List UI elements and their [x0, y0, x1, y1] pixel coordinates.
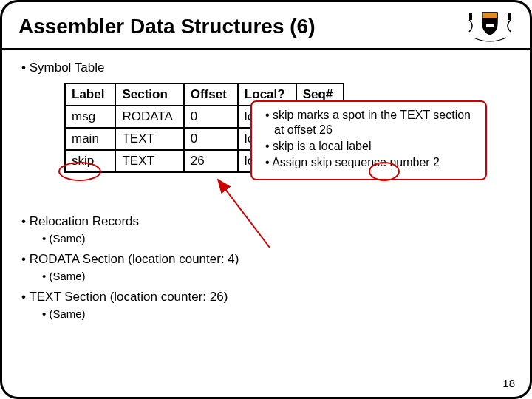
slide-title: Assembler Data Structures (6): [18, 15, 466, 38]
page-number: 18: [502, 377, 515, 389]
callout-line: skip marks a spot in the TEXT section at…: [265, 108, 478, 137]
th-section: Section: [115, 83, 183, 106]
th-label: Label: [65, 83, 115, 106]
callout-line: skip is a local label: [265, 139, 478, 154]
svg-rect-0: [469, 13, 472, 20]
bullet-relocation: Relocation Records (Same): [21, 214, 511, 245]
th-offset: Offset: [184, 83, 238, 106]
bullet-same: (Same): [42, 270, 511, 282]
bullet-symbol-table: Symbol Table: [21, 61, 511, 75]
svg-rect-2: [486, 24, 494, 27]
slide-frame: Assembler Data Structures (6) Symbol Tab…: [0, 0, 532, 399]
title-bar: Assembler Data Structures (6): [2, 2, 530, 50]
bullet-text-section: TEXT Section (location counter: 26) (Sam…: [21, 290, 511, 320]
bullet-same: (Same): [42, 232, 511, 245]
svg-rect-1: [508, 13, 511, 20]
bullet-rodata-section: RODATA Section (location counter: 4) (Sa…: [21, 252, 511, 282]
callout-line: Assign skip sequence number 2: [265, 155, 478, 170]
princeton-crest-icon: [466, 8, 514, 45]
slide-body: Symbol Table Label Section Offset Local?…: [2, 50, 530, 336]
callout-box: skip marks a spot in the TEXT section at…: [250, 100, 487, 180]
bullet-same: (Same): [42, 307, 511, 320]
